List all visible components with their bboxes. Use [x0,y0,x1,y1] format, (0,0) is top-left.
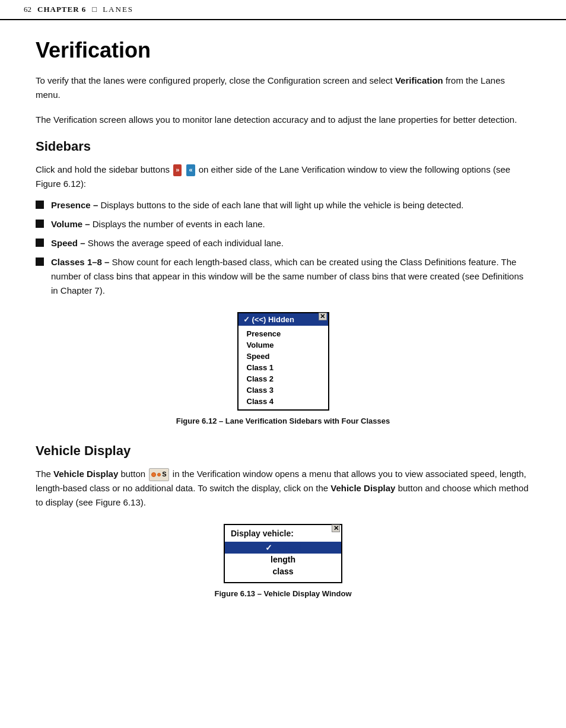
vehicle-display-bold2: Vehicle Display [330,483,395,493]
volume-label: Volume – [51,219,90,229]
double-left-arrow-icon: « [186,164,195,176]
figure-6-12-title-bar: ✓ (<<) Hidden [239,313,328,326]
figure-6-13-menu: ✓ speed length class [225,541,341,582]
list-item-speed: Speed – Shows the average speed of each … [36,236,530,250]
page-title: Verification [36,38,530,63]
double-right-arrow-icon: » [173,164,182,176]
sidebars-body: Click and hold the sidebar buttons » « o… [36,163,530,191]
figure-6-12-title-text: (<<) Hidden [252,315,295,324]
bullet-icon [36,239,44,247]
sidebars-title: Sidebars [36,139,530,154]
header-separator: □ [92,5,97,14]
close-icon[interactable]: ✕ [319,313,327,320]
vehicle-icon-dot-large [151,472,156,477]
menu-item-volume[interactable]: Volume [239,339,328,351]
figure-6-12-box: ✕ ✓ (<<) Hidden Presence Volume Speed Cl… [237,312,329,411]
intro-bold-verification: Verification [395,75,443,85]
vehicle-icon-dot-small [157,473,161,476]
chapter-label: CHAPTER 6 [37,5,86,14]
classes-label: Classes 1–8 – [51,257,109,267]
close-icon[interactable]: ✕ [332,524,340,532]
main-content: Verification To verify that the lanes we… [0,20,566,627]
menu-item-speed[interactable]: Speed [239,351,328,362]
vehicle-menu-class[interactable]: class [225,565,341,577]
page-header: 62 CHAPTER 6 □ LANES [0,0,566,20]
vehicle-icon-s: S [162,469,166,480]
bullet-icon [36,257,44,266]
vehicle-display-section: Vehicle Display The Vehicle Display butt… [36,443,530,598]
bullet-icon [36,220,44,228]
speed-checkmark-icon: ✓ [265,543,275,552]
list-item-volume: Volume – Displays the number of events i… [36,217,530,231]
menu-item-presence[interactable]: Presence [239,328,328,339]
figure-6-13-title: Display vehicle: [225,525,341,541]
menu-item-class3[interactable]: Class 3 [239,384,328,396]
intro-paragraph-2: The Verification screen allows you to mo… [36,113,530,127]
figure-6-12-top: ✕ ✓ (<<) Hidden [239,313,328,326]
vehicle-display-icon: S [149,468,168,481]
header-section-name: LANES [103,5,133,14]
figure-6-13-box: ✕ Display vehicle: ✓ speed length class [224,524,342,583]
figure-6-13-caption: Figure 6.13 – Vehicle Display Window [214,589,351,598]
intro-paragraph-1: To verify that the lanes were configured… [36,74,530,102]
figure-6-12-container: ✕ ✓ (<<) Hidden Presence Volume Speed Cl… [36,312,530,425]
list-item-classes: Classes 1–8 – Show count for each length… [36,255,530,298]
checkmark-icon: ✓ [243,315,250,324]
speed-label: Speed – [51,238,85,248]
vehicle-display-title: Vehicle Display [36,443,530,459]
vehicle-menu-speed[interactable]: ✓ speed [225,542,341,554]
bullet-icon [36,201,44,209]
figure-6-13-container: ✕ Display vehicle: ✓ speed length class … [36,524,530,598]
figure-6-13-top: ✕ Display vehicle: [225,525,341,541]
presence-label: Presence – [51,200,98,210]
sidebars-bullet-list: Presence – Displays buttons to the side … [36,198,530,298]
vehicle-menu-length[interactable]: length [225,554,341,565]
figure-6-12-caption: Figure 6.12 – Lane Verification Sidebars… [176,417,390,425]
figure-6-12-menu: Presence Volume Speed Class 1 Class 2 Cl… [239,326,328,409]
page-number: 62 [24,5,31,14]
vehicle-display-body: The Vehicle Display button S in the Veri… [36,467,530,510]
vehicle-display-bold1: Vehicle Display [53,469,118,479]
menu-item-class1[interactable]: Class 1 [239,362,328,373]
menu-item-class2[interactable]: Class 2 [239,373,328,384]
menu-item-class4[interactable]: Class 4 [239,396,328,407]
list-item-presence: Presence – Displays buttons to the side … [36,198,530,212]
